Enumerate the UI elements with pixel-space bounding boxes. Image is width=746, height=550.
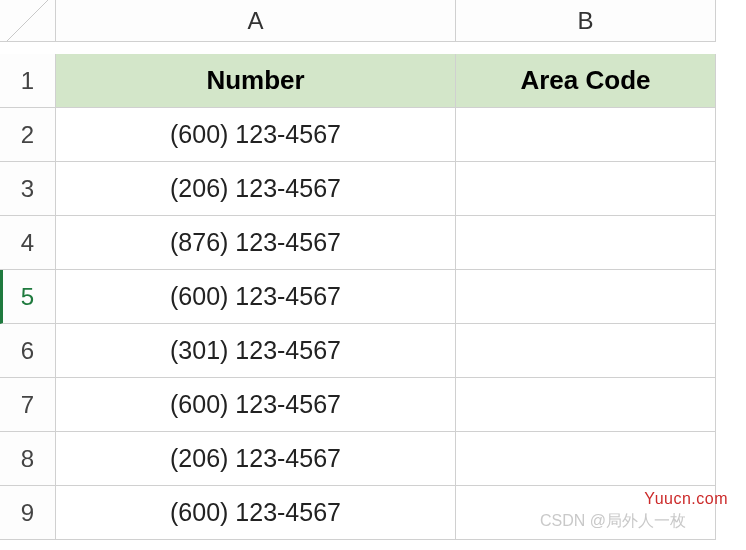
- cell-B7[interactable]: [456, 378, 716, 432]
- spreadsheet-grid: A B 1 Number Area Code 2 (600) 123-4567 …: [0, 0, 746, 540]
- cell-B3[interactable]: [456, 162, 716, 216]
- row-header-5[interactable]: 5: [0, 270, 56, 324]
- select-all-corner[interactable]: [0, 0, 56, 42]
- row-header-9[interactable]: 9: [0, 486, 56, 540]
- row-header-2[interactable]: 2: [0, 108, 56, 162]
- watermark-site: Yuucn.com: [644, 490, 728, 508]
- header-cell-number[interactable]: Number: [56, 54, 456, 108]
- row-header-4[interactable]: 4: [0, 216, 56, 270]
- row-header-1[interactable]: 1: [0, 54, 56, 108]
- row-header-8[interactable]: 8: [0, 432, 56, 486]
- row-header-3[interactable]: 3: [0, 162, 56, 216]
- cell-A6[interactable]: (301) 123-4567: [56, 324, 456, 378]
- cell-A9[interactable]: (600) 123-4567: [56, 486, 456, 540]
- row-header-7[interactable]: 7: [0, 378, 56, 432]
- row-header-6[interactable]: 6: [0, 324, 56, 378]
- cell-A4[interactable]: (876) 123-4567: [56, 216, 456, 270]
- cell-A5[interactable]: (600) 123-4567: [56, 270, 456, 324]
- cell-B5[interactable]: [456, 270, 716, 324]
- header-cell-areacode[interactable]: Area Code: [456, 54, 716, 108]
- cell-B8[interactable]: [456, 432, 716, 486]
- column-header-B[interactable]: B: [456, 0, 716, 42]
- column-header-A[interactable]: A: [56, 0, 456, 42]
- watermark-author: CSDN @局外人一枚: [540, 511, 686, 532]
- cell-A3[interactable]: (206) 123-4567: [56, 162, 456, 216]
- cell-A7[interactable]: (600) 123-4567: [56, 378, 456, 432]
- cell-B2[interactable]: [456, 108, 716, 162]
- cell-B4[interactable]: [456, 216, 716, 270]
- cell-B6[interactable]: [456, 324, 716, 378]
- cell-A8[interactable]: (206) 123-4567: [56, 432, 456, 486]
- cell-A2[interactable]: (600) 123-4567: [56, 108, 456, 162]
